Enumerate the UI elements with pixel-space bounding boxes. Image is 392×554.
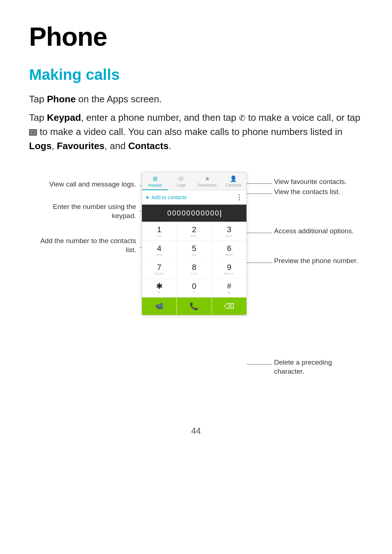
keypad-row-3: 7 PQRS 8 TUV 9 WXYZ (142, 259, 246, 278)
keypad-row-2: 4 GHI 5 JKL 6 MNO (142, 241, 246, 259)
key-2-num: 2 (178, 226, 210, 234)
keypad-icon: ⊞ (143, 175, 167, 182)
section-title: Making calls (29, 66, 363, 83)
annotation-preview: Preview the phone number. (274, 257, 358, 266)
tab-logs-label: Logs (177, 183, 185, 187)
tab-keypad[interactable]: ⊞ Keypad (142, 172, 168, 190)
logs-icon: ☏ (169, 175, 193, 182)
key-4-letters: GHI (143, 253, 175, 257)
add-contacts-bar[interactable]: + Add to contacts ⋮ (142, 190, 246, 205)
video-call-icon: 📹 (155, 302, 163, 309)
delete-button[interactable]: ⌫ (212, 297, 246, 315)
tab-contacts[interactable]: 👤 Contacts (220, 172, 246, 190)
key-2[interactable]: 2 ABC (177, 222, 212, 241)
annotation-options: Access additional options. (274, 227, 354, 236)
key-5-num: 5 (178, 245, 210, 253)
key-5[interactable]: 5 JKL (177, 241, 212, 259)
annotation-favourites: View favourite contacts. (274, 177, 347, 186)
key-1[interactable]: 1 GD (142, 222, 177, 241)
key-6-letters: MNO (213, 253, 245, 257)
key-1-letters: GD (143, 234, 175, 238)
intro-paragraph-1: Tap Phone on the Apps screen. (29, 92, 363, 106)
star-icon: ★ (195, 175, 220, 182)
key-6[interactable]: 6 MNO (212, 241, 246, 259)
key-0[interactable]: 0 + (177, 279, 212, 297)
key-5-letters: JKL (178, 253, 210, 257)
key-3[interactable]: 3 DEF (212, 222, 246, 241)
tab-logs[interactable]: ☏ Logs (168, 172, 194, 190)
video-call-button[interactable]: 📹 (142, 297, 177, 315)
key-0-letters: + (178, 291, 210, 294)
key-3-letters: DEF (213, 234, 245, 238)
keypad-row-1: 1 GD 2 ABC 3 DEF (142, 222, 246, 241)
key-7-num: 7 (143, 263, 175, 271)
diagram-section: View call and message logs. Enter the nu… (29, 157, 363, 404)
number-display: 00000000000 (142, 205, 246, 222)
phone-number-text: 00000000000 (167, 209, 220, 217)
key-7[interactable]: 7 PQRS (142, 260, 177, 278)
key-hash-num: # (213, 282, 245, 290)
key-hash-letters: ◄ (213, 291, 245, 294)
action-bar: 📹 📞 ⌫ (142, 297, 246, 315)
plus-icon: + (146, 194, 150, 201)
key-1-num: 1 (143, 226, 175, 234)
page-title: Phone (29, 22, 363, 52)
keypad-row-4: ✱ P 0 + # ◄ (142, 278, 246, 297)
annotation-keypad: Enter the number using thekeypad. (29, 202, 136, 220)
page-number: 44 (29, 426, 363, 436)
person-icon: 👤 (221, 175, 246, 182)
key-star-num: ✱ (143, 282, 175, 290)
keypad-grid: 1 GD 2 ABC 3 DEF 4 GHI (142, 222, 246, 297)
key-2-letters: ABC (178, 234, 210, 238)
annotation-delete: Delete a preceding character. (274, 358, 363, 376)
voice-call-icon: 📞 (189, 302, 199, 310)
add-contacts-label: Add to contacts (152, 194, 236, 200)
cursor (220, 210, 221, 217)
delete-icon: ⌫ (224, 302, 234, 310)
key-star[interactable]: ✱ P (142, 279, 177, 297)
annotation-add-contacts: Add the number to the contactslist. (29, 237, 136, 254)
tab-bar: ⊞ Keypad ☏ Logs ★ Favourites 👤 Contacts (142, 172, 246, 190)
annotation-logs: View call and message logs. (29, 180, 136, 189)
intro-paragraph-2: Tap Keypad, enter a phone number, and th… (29, 111, 363, 153)
key-4-num: 4 (143, 245, 175, 253)
key-star-letters: P (143, 291, 175, 294)
key-9-letters: WXYZ (213, 272, 245, 275)
key-8-letters: TUV (178, 272, 210, 275)
key-9[interactable]: 9 WXYZ (212, 260, 246, 278)
more-options-icon[interactable]: ⋮ (236, 193, 243, 201)
tab-contacts-label: Contacts (225, 183, 241, 187)
key-hash[interactable]: # ◄ (212, 279, 246, 297)
key-0-num: 0 (178, 282, 210, 290)
annotation-contacts-list: View the contacts list. (274, 188, 340, 197)
key-3-num: 3 (213, 226, 245, 234)
key-9-num: 9 (213, 263, 245, 271)
key-8-num: 8 (178, 263, 210, 271)
tab-favourites-label: Favourites (198, 183, 216, 187)
key-8[interactable]: 8 TUV (177, 260, 212, 278)
voice-call-button[interactable]: 📞 (177, 297, 212, 315)
key-6-num: 6 (213, 245, 245, 253)
tab-keypad-label: Keypad (148, 183, 162, 187)
tab-favourites[interactable]: ★ Favourites (194, 172, 220, 190)
key-4[interactable]: 4 GHI (142, 241, 177, 259)
key-7-letters: PQRS (143, 272, 175, 275)
phone-ui-mockup: ⊞ Keypad ☏ Logs ★ Favourites 👤 Contacts (142, 172, 247, 315)
